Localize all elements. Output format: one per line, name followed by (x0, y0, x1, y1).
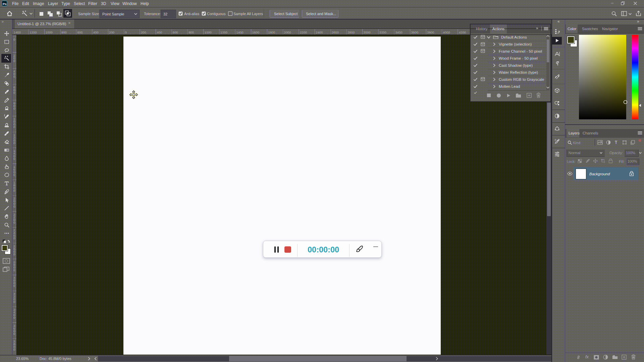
svg-text:800: 800 (189, 31, 194, 34)
svg-text:0: 0 (13, 75, 15, 78)
svg-text:1800: 1800 (268, 31, 275, 34)
svg-text:600: 600 (77, 31, 83, 34)
svg-text:400: 400 (93, 31, 99, 34)
svg-text:3600: 3600 (411, 31, 418, 34)
svg-text:1000: 1000 (46, 31, 53, 34)
svg-text:2000: 2000 (284, 31, 291, 34)
svg-text:1400: 1400 (236, 31, 243, 34)
svg-text:3200: 3200 (379, 31, 386, 34)
svg-text:0: 0 (13, 125, 15, 129)
svg-text:0: 0 (13, 221, 15, 224)
svg-text:2600: 2600 (332, 31, 339, 34)
svg-text:0: 0 (13, 253, 15, 256)
svg-text:2400: 2400 (316, 31, 323, 34)
svg-text:1000: 1000 (205, 31, 212, 34)
svg-text:0: 0 (13, 300, 15, 304)
svg-text:0: 0 (13, 189, 15, 192)
svg-text:0: 0 (13, 316, 15, 319)
svg-text:0: 0 (13, 284, 15, 288)
svg-text:800: 800 (61, 31, 67, 34)
svg-text:0: 0 (13, 91, 15, 95)
svg-text:0: 0 (13, 237, 15, 240)
svg-text:0: 0 (13, 173, 15, 177)
svg-text:1200: 1200 (220, 31, 227, 34)
svg-text:0: 0 (13, 268, 15, 272)
svg-text:1400: 1400 (14, 31, 21, 34)
svg-text:400: 400 (157, 31, 162, 34)
svg-text:0: 0 (13, 348, 15, 351)
svg-text:3800: 3800 (427, 31, 434, 34)
svg-text:1600: 1600 (252, 31, 259, 34)
svg-text:0: 0 (125, 31, 127, 34)
svg-text:600: 600 (173, 31, 178, 34)
svg-text:2200: 2200 (300, 31, 307, 34)
svg-text:4200: 4200 (459, 31, 466, 34)
svg-text:0: 0 (13, 107, 15, 110)
svg-text:200: 200 (109, 31, 114, 34)
svg-text:3400: 3400 (395, 31, 402, 34)
svg-text:3000: 3000 (364, 31, 371, 34)
svg-text:200: 200 (141, 31, 146, 34)
svg-text:4000: 4000 (443, 31, 450, 34)
svg-text:1200: 1200 (30, 31, 37, 34)
svg-text:0: 0 (13, 38, 15, 41)
svg-text:2800: 2800 (347, 31, 355, 34)
svg-text:0: 0 (13, 59, 15, 63)
svg-text:0: 0 (13, 205, 15, 208)
svg-text:0: 0 (13, 157, 15, 161)
svg-text:0: 0 (13, 332, 15, 336)
svg-text:0: 0 (13, 141, 15, 145)
